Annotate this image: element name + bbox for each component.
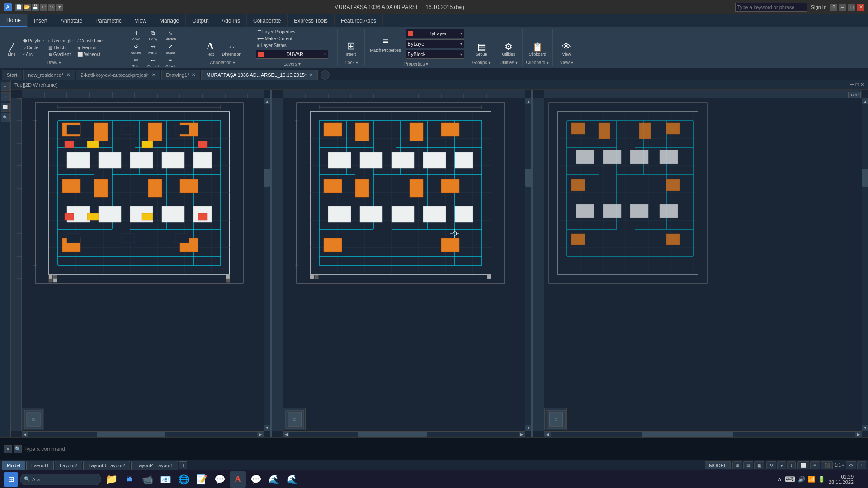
- tab-view[interactable]: View: [128, 14, 153, 27]
- ortho-btn[interactable]: ▦: [754, 461, 764, 469]
- tab-addins[interactable]: Add-ins: [215, 14, 247, 27]
- copy-button[interactable]: ⧉ Copy: [145, 29, 161, 42]
- polyline-button[interactable]: ⬟ Polyline: [22, 38, 45, 44]
- utilities-button[interactable]: Utilities: [500, 41, 517, 57]
- layout-3[interactable]: Layout3-Layout2: [83, 461, 130, 470]
- sel-cycle-btn[interactable]: ⬛: [821, 461, 833, 469]
- osnap-btn[interactable]: ⬧: [777, 461, 786, 469]
- command-search-btn[interactable]: 🔍: [14, 445, 22, 453]
- nav-cube-3[interactable]: □: [544, 408, 567, 430]
- mirror-button[interactable]: ⇔ Mirror: [145, 42, 161, 55]
- hscroll-left-btn-2[interactable]: ◀: [283, 432, 289, 437]
- hscroll-2[interactable]: ◀ ▶: [283, 431, 525, 437]
- arc-button[interactable]: ◜ Arc: [22, 52, 45, 57]
- sidebar-tool-2[interactable]: ↕: [1, 92, 10, 101]
- grid-btn[interactable]: ⊞: [732, 461, 742, 469]
- vscroll-down-btn-2[interactable]: ▼: [525, 425, 532, 431]
- tab-express[interactable]: Express Tools: [288, 14, 334, 27]
- battery-icon[interactable]: 🔋: [818, 476, 825, 483]
- close-tab-icon[interactable]: ✕: [309, 72, 313, 77]
- tab-collaborate[interactable]: Collaborate: [247, 14, 288, 27]
- text-button[interactable]: Text: [202, 40, 218, 57]
- hscroll-right-btn-2[interactable]: ▶: [519, 432, 525, 437]
- hscroll-left-btn[interactable]: ◀: [22, 432, 28, 437]
- taskbar-app-autocad[interactable]: A: [230, 471, 246, 488]
- doc-tab-2katli[interactable]: 2-katli-koy-evi-autocad-projesi* ✕: [76, 70, 160, 80]
- taskbar-app-browser[interactable]: 🌊: [284, 471, 300, 488]
- line-button[interactable]: Line: [4, 41, 20, 57]
- hscroll-thumb-3[interactable]: [642, 432, 733, 437]
- taskbar-search[interactable]: 🔍 Ara: [20, 474, 101, 485]
- nav-cube-2[interactable]: □: [283, 408, 306, 430]
- tab-parametric[interactable]: Parametric: [89, 14, 128, 27]
- hscroll-left-btn-3[interactable]: ◀: [544, 432, 551, 437]
- lwt-btn[interactable]: ⬜: [797, 461, 809, 469]
- taskbar-app-word[interactable]: 📝: [193, 471, 210, 488]
- layout-2[interactable]: Layout2: [55, 461, 82, 470]
- region-button[interactable]: ◈ Region: [76, 45, 104, 51]
- group-button[interactable]: Group: [473, 41, 490, 57]
- vscroll-3[interactable]: ▲ ▼: [862, 98, 868, 431]
- minimize-viewport-btn[interactable]: ─: [850, 82, 854, 88]
- close-tab-icon[interactable]: ✕: [66, 72, 70, 77]
- offset-button[interactable]: ≡ Offset: [162, 56, 179, 69]
- vscroll-1[interactable]: ▲ ▼: [264, 98, 270, 431]
- layer-state-button[interactable]: ≡ Layer States: [256, 42, 297, 48]
- taskbar-app-zoom[interactable]: 📹: [139, 471, 156, 488]
- taskbar-clock[interactable]: 01:29 28.11.2022: [829, 474, 854, 485]
- drawing-area-2[interactable]: [283, 98, 525, 431]
- vscroll-thumb[interactable]: [264, 169, 270, 187]
- hscroll-thumb-2[interactable]: [358, 432, 427, 437]
- qat-save[interactable]: 💾: [32, 4, 39, 11]
- hscroll-3[interactable]: ◀ ▶: [544, 431, 862, 437]
- volume-icon[interactable]: 🔊: [798, 476, 805, 483]
- tab-insert[interactable]: Insert: [28, 14, 54, 27]
- linetype-selector[interactable]: ByLayer ▾: [406, 39, 464, 48]
- qat-redo[interactable]: ↪: [48, 4, 55, 11]
- hatch-button[interactable]: ▧ Hatch: [47, 45, 74, 51]
- insert-button[interactable]: Insert: [343, 40, 359, 57]
- tab-annotate[interactable]: Annotate: [54, 14, 89, 27]
- otrack-btn[interactable]: ↕: [787, 461, 796, 469]
- trim-button[interactable]: ✂ Trim: [128, 56, 144, 69]
- lineweight-selector[interactable]: ByBlock ▾: [406, 50, 464, 59]
- move-button[interactable]: ✛ Move: [128, 29, 144, 42]
- command-input[interactable]: [24, 446, 864, 452]
- new-tab-button[interactable]: +: [321, 70, 330, 80]
- vscroll-thumb-3[interactable]: [862, 169, 868, 187]
- network-icon[interactable]: 📶: [808, 476, 815, 483]
- qat-new[interactable]: 📄: [15, 4, 23, 11]
- qat-undo[interactable]: ↩: [40, 4, 47, 11]
- match-properties-button[interactable]: ≡ Match Properties: [368, 34, 403, 53]
- doc-tab-muratpasa[interactable]: MURATPAŞA 1036 AD...ARSEL_16.10.2015* ✕: [201, 70, 318, 80]
- gradient-button[interactable]: ≋ Gradient: [47, 52, 74, 57]
- drawing-area-1[interactable]: [22, 98, 264, 431]
- circle-button[interactable]: ○ Circle: [22, 45, 45, 51]
- close-button[interactable]: ✕: [857, 4, 864, 11]
- trans-btn[interactable]: ✏: [810, 461, 820, 469]
- vscroll-down-btn[interactable]: ▼: [264, 425, 270, 431]
- hscroll-thumb[interactable]: [97, 432, 165, 437]
- chevron-up-icon[interactable]: ∧: [778, 476, 782, 483]
- snap-btn[interactable]: ⊟: [743, 461, 753, 469]
- vscroll-up-btn[interactable]: ▲: [264, 98, 270, 104]
- vscroll-up-btn-2[interactable]: ▲: [525, 98, 532, 104]
- sidebar-tool-3[interactable]: ⬜: [1, 103, 10, 112]
- cad-panel-2[interactable]: ◀ ▶ ▲ ▼: [272, 90, 532, 437]
- model-status-btn[interactable]: MODEL: [705, 461, 731, 469]
- add-layout-btn[interactable]: +: [179, 461, 187, 469]
- scale-button[interactable]: ⤢ Scale: [162, 42, 179, 55]
- taskbar-app-mail[interactable]: 📧: [157, 471, 174, 488]
- qat-more[interactable]: ▾: [56, 4, 63, 11]
- taskbar-app-whatsapp[interactable]: 💬: [248, 471, 264, 488]
- color-selector[interactable]: ByLayer ▾: [406, 29, 464, 38]
- vscroll-thumb-2[interactable]: [525, 169, 531, 187]
- workspace-settings[interactable]: ⚙: [846, 461, 856, 469]
- polar-btn[interactable]: ↻: [766, 461, 776, 469]
- restore-viewport-btn[interactable]: □: [855, 82, 859, 88]
- nav-cube-1[interactable]: □: [22, 408, 44, 430]
- scale-dropdown[interactable]: ▾: [842, 463, 844, 468]
- extend-button[interactable]: ↔ Extend: [145, 56, 161, 69]
- taskbar-app-chrome[interactable]: 🌊: [266, 471, 282, 488]
- vscroll-up-btn-3[interactable]: ▲: [862, 98, 868, 104]
